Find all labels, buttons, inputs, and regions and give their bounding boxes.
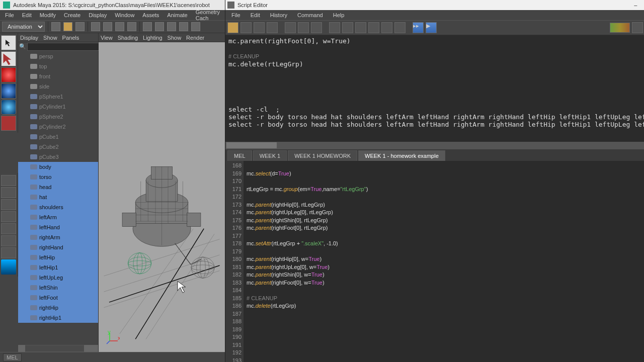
outliner-hscroll[interactable] (18, 345, 98, 352)
se-menu-history[interactable]: History (265, 11, 292, 19)
script-output[interactable]: mc.parent(rightFoot[0], w=True) # CLEANU… (225, 35, 644, 142)
outliner-item-rightArm[interactable]: rightArm (18, 232, 98, 242)
shelf-new-icon[interactable] (51, 22, 60, 31)
clear-input-icon[interactable] (298, 22, 309, 33)
execute-icon[interactable]: ▶ (426, 22, 437, 33)
scroll-track[interactable] (25, 345, 84, 351)
outliner-item-side[interactable]: side (18, 81, 98, 92)
panel-menu-show[interactable]: Show (43, 35, 57, 41)
shelf-snap1-icon[interactable] (143, 22, 152, 31)
menu-file[interactable]: File (1, 11, 18, 19)
line-numbers-icon[interactable] (355, 22, 366, 33)
save-to-shelf-icon[interactable] (267, 22, 278, 33)
layout-hyper-icon[interactable] (1, 235, 16, 246)
scroll-right2-icon[interactable] (91, 345, 98, 352)
outliner-item-hat[interactable]: hat (18, 192, 98, 202)
suppress-icon[interactable] (381, 22, 392, 33)
outliner-item-persp[interactable]: persp (18, 51, 98, 61)
layout-outliner-icon[interactable] (1, 211, 16, 222)
script-tab-0[interactable]: MEL (227, 150, 252, 161)
outliner-item-pCylinder2[interactable]: pCylinder2 (18, 122, 98, 132)
outliner-item-pCube3[interactable]: pCube3 (18, 152, 98, 162)
layout-single-icon[interactable] (1, 175, 16, 186)
outliner-item-rightHand[interactable]: rightHand (18, 242, 98, 252)
outliner-list[interactable]: persptopfrontsidepSphere1pCylinder1pSphe… (18, 51, 98, 345)
outliner-item-top[interactable]: top (18, 61, 98, 71)
scale-tool-icon[interactable] (1, 116, 16, 131)
script-tab-3[interactable]: WEEK 1 - homework example (358, 150, 445, 161)
shelf-sel3-icon[interactable] (115, 22, 124, 31)
layout-uv-icon[interactable] (1, 247, 16, 258)
minimize-button[interactable]: – (627, 1, 644, 10)
scroll-thumb[interactable] (226, 142, 277, 148)
open-script-icon[interactable] (227, 22, 238, 33)
syntax-color-icon[interactable] (610, 23, 630, 33)
outliner-item-leftShin[interactable]: leftShin (18, 283, 98, 293)
menu-window[interactable]: Window (111, 11, 138, 19)
shelf-snap5-icon[interactable] (191, 22, 200, 31)
outliner-item-rightHip1[interactable]: rightHip1 (18, 313, 98, 323)
clear-all-icon[interactable] (311, 22, 322, 33)
outliner-item-body[interactable]: body (18, 162, 98, 172)
vp-menu-shading[interactable]: Shading (118, 35, 138, 41)
show-stack-icon[interactable] (368, 22, 379, 33)
output-hscroll[interactable] (225, 142, 644, 149)
layout-four-icon[interactable] (1, 187, 16, 198)
vp-menu-show[interactable]: Show (168, 35, 182, 41)
outliner-item-pSphere2[interactable]: pSphere2 (18, 112, 98, 122)
shelf-save-icon[interactable] (75, 22, 85, 31)
script-tab-1[interactable]: WEEK 1 (253, 150, 287, 161)
lasso-tool-icon[interactable] (1, 51, 16, 66)
panel-menu-panels[interactable]: Panels (62, 35, 79, 41)
menu-modify[interactable]: Modify (36, 11, 60, 19)
code-area[interactable]: mc.select(d=True) rtLegGrp = mc.group(em… (244, 161, 644, 362)
outliner-item-front[interactable]: front (18, 71, 98, 81)
se-menu-edit[interactable]: Edit (246, 11, 265, 19)
outliner-item-rightHip[interactable]: rightHip (18, 303, 98, 313)
shelf-sel1-icon[interactable] (91, 22, 100, 31)
outliner-item-pCube1[interactable]: pCube1 (18, 132, 98, 142)
outliner-item-leftFoot[interactable]: leftFoot (18, 293, 98, 303)
shelf-snap4-icon[interactable] (179, 22, 188, 31)
outliner-item-head[interactable]: head (18, 182, 98, 192)
outliner-item-shoulders[interactable]: shoulders (18, 202, 98, 212)
layout-persp-icon[interactable] (1, 199, 16, 210)
toggle1-icon[interactable] (632, 22, 643, 33)
vp-menu-lighting[interactable]: Lighting (143, 35, 163, 41)
outliner-item-leftHip1[interactable]: leftHip1 (18, 262, 98, 273)
vp-menu-view[interactable]: View (101, 35, 113, 41)
viewport[interactable]: x y (99, 42, 225, 352)
shelf-snap3-icon[interactable] (167, 22, 176, 31)
menu-edit[interactable]: Edit (18, 11, 36, 19)
menu-display[interactable]: Display (85, 11, 111, 19)
outliner-item-leftHip[interactable]: leftHip (18, 252, 98, 262)
outliner-item-pSphere1[interactable]: pSphere1 (18, 92, 98, 102)
rotate-tool-icon[interactable] (1, 100, 16, 115)
se-menu-command[interactable]: Command (292, 11, 328, 19)
shelf-sel4-icon[interactable] (127, 22, 136, 31)
mel-label[interactable]: MEL (3, 353, 22, 361)
menu-animate[interactable]: Animate (163, 11, 191, 19)
outliner-search-input[interactable] (27, 43, 100, 51)
scroll-left-icon[interactable] (18, 345, 25, 352)
source-script-icon[interactable] (240, 22, 252, 33)
move-tool-icon[interactable] (1, 83, 16, 99)
outliner-item-leftHand[interactable]: leftHand (18, 222, 98, 232)
shelf-snap2-icon[interactable] (155, 22, 164, 31)
scroll-right-icon[interactable] (84, 345, 91, 352)
outliner-item-leftArm[interactable]: leftArm (18, 212, 98, 222)
script-input-editor[interactable]: 168 169 170 171 172 173 174 175 176 177 … (225, 161, 644, 362)
vp-menu-render[interactable]: Render (186, 35, 204, 41)
menu-assets[interactable]: Assets (138, 11, 163, 19)
outliner-item-torso[interactable]: torso (18, 172, 98, 182)
panel-menu-display[interactable]: Display (20, 35, 38, 41)
outliner-item-pCylinder1[interactable]: pCylinder1 (18, 102, 98, 112)
mode-selector[interactable]: AnimationPolygonsSurfacesDynamicsRenderi… (2, 22, 45, 32)
script-tab-2[interactable]: WEEK 1 HOMEWORK (288, 150, 357, 161)
echo-icon[interactable] (342, 22, 353, 33)
indent-icon[interactable] (394, 22, 406, 33)
layout-graph-icon[interactable] (1, 223, 16, 234)
paint-tool-icon[interactable] (1, 67, 16, 82)
execute-all-icon[interactable]: ▸▸ (413, 22, 424, 33)
outliner-item-leftUpLeg[interactable]: leftUpLeg (18, 273, 98, 283)
